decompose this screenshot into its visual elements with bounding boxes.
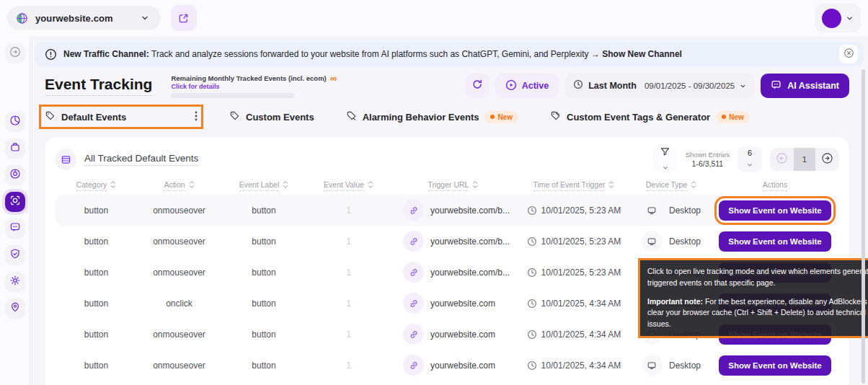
sidebar-item-sessions[interactable] xyxy=(5,165,25,185)
col-time[interactable]: Time of Event Trigger xyxy=(516,179,632,192)
sidebar-item-orders[interactable] xyxy=(5,138,25,159)
cell-action: onmouseover xyxy=(138,360,221,371)
col-event-label[interactable]: Event Label xyxy=(221,179,307,192)
sidebar-toggle[interactable] xyxy=(5,43,25,63)
site-name: yourwebsite.com xyxy=(35,13,113,24)
tag-icon xyxy=(45,110,56,123)
table-row: button onmouseover button 1 yourwebsite.… xyxy=(55,226,839,257)
col-trigger-url[interactable]: Trigger URL xyxy=(390,179,516,192)
shown-entries: Shown Entries 1-6/3,511 xyxy=(686,151,730,168)
cell-trigger-url[interactable]: yourwebsite.com xyxy=(390,324,516,345)
sidebar-item-settings[interactable] xyxy=(5,272,25,292)
cell-trigger-url[interactable]: yourwebsite.com xyxy=(390,293,516,314)
scrollbar-thumb[interactable] xyxy=(862,69,865,384)
sidebar-item-location[interactable] xyxy=(5,298,25,319)
current-page[interactable]: 1 xyxy=(794,148,815,171)
cell-trigger-url[interactable]: yourwebsite.com/b... xyxy=(390,231,516,252)
ai-assistant-button[interactable]: AI Assistant xyxy=(761,74,849,98)
cell-event-label: button xyxy=(221,236,307,247)
cell-trigger-url[interactable]: yourwebsite.com/b... xyxy=(390,200,516,221)
sidebar-item-analytics[interactable] xyxy=(5,112,25,132)
quota-block: Remaining Monthly Tracked Events (incl. … xyxy=(171,74,337,98)
col-device-type[interactable]: Device Type xyxy=(632,179,711,192)
link-icon xyxy=(403,293,424,314)
tab-custom-events[interactable]: Custom Events xyxy=(229,110,314,123)
banner-close-button[interactable] xyxy=(839,45,858,63)
banner-cta[interactable]: Show New Channel xyxy=(602,49,682,59)
col-action[interactable]: Action xyxy=(138,179,221,192)
new-badge: New xyxy=(716,111,750,123)
refresh-icon xyxy=(471,79,483,93)
sort-icon xyxy=(472,179,478,192)
chevron-down-icon xyxy=(663,160,668,173)
clock-icon xyxy=(573,79,583,92)
arrow-left-circle-icon xyxy=(776,152,788,167)
tab-custom-event-tags-generator[interactable]: Custom Event Tags & Generator New xyxy=(550,110,750,123)
quota-progress-bar xyxy=(171,93,295,98)
date-range-picker[interactable]: Last Month 09/01/2025 - 09/30/2025 xyxy=(564,74,755,98)
cell-trigger-url[interactable]: yourwebsite.com/b... xyxy=(390,262,516,283)
cell-trigger-url[interactable]: yourwebsite.com xyxy=(390,355,516,376)
cell-event-value: 1 xyxy=(307,298,390,309)
open-site-button[interactable] xyxy=(171,5,197,31)
col-event-value[interactable]: Event Value xyxy=(307,179,390,192)
chat-bubble-icon xyxy=(9,221,21,236)
cell-time-of-trigger: 10/01/2025, 4:34 AM xyxy=(516,298,632,309)
sidebar-item-privacy[interactable] xyxy=(5,245,25,265)
user-menu[interactable] xyxy=(815,4,861,32)
status-label: Active xyxy=(522,81,549,91)
cell-event-value: 1 xyxy=(307,267,390,278)
cell-device-type: Desktop xyxy=(632,200,711,221)
sidebar-item-event-tracking[interactable] xyxy=(5,192,25,212)
circle-x-icon xyxy=(843,48,854,61)
prev-page-button[interactable] xyxy=(770,148,794,171)
gear-icon xyxy=(9,275,21,289)
table-title: All Tracked Default Events xyxy=(84,153,198,166)
refresh-button[interactable] xyxy=(465,74,490,98)
cell-actions: Show Event on Website xyxy=(711,231,839,252)
orange-dot xyxy=(722,115,726,119)
kebab-menu-icon[interactable] xyxy=(195,111,198,123)
col-category[interactable]: Category xyxy=(55,179,138,192)
topbar: yourwebsite.com xyxy=(0,0,868,36)
cell-category: button xyxy=(55,329,138,340)
show-event-on-website-button[interactable]: Show Event on Website xyxy=(719,231,831,252)
cell-time-of-trigger: 10/01/2025, 4:34 AM xyxy=(516,329,632,340)
cell-action: onclick xyxy=(138,298,221,309)
scan-target-icon xyxy=(9,195,21,209)
table-header-row: Category Action Event Label Event Value … xyxy=(55,176,839,195)
chat-icon xyxy=(771,79,781,92)
external-link-icon xyxy=(178,13,189,24)
filter-button[interactable] xyxy=(653,147,678,172)
cell-event-value: 1 xyxy=(307,205,390,216)
cell-event-label: button xyxy=(221,360,307,371)
cell-category: button xyxy=(55,360,138,371)
arrow-right-circle-icon xyxy=(9,46,21,61)
tags-icon xyxy=(550,110,561,123)
link-icon xyxy=(403,262,424,283)
show-event-on-website-button[interactable]: Show Event on Website xyxy=(719,355,831,376)
sort-icon xyxy=(189,179,195,192)
tab-default-events[interactable]: Default Events xyxy=(45,110,198,123)
table-icon xyxy=(55,149,76,170)
play-circle-icon xyxy=(505,79,517,93)
status-toggle[interactable]: Active xyxy=(495,74,559,98)
tab-alarming-behavior-events[interactable]: Alarming Behavior Events New xyxy=(346,110,518,123)
table-row: button onmouseover button 1 yourwebsite.… xyxy=(55,195,839,226)
chevron-down-icon xyxy=(740,79,746,92)
chevron-down-icon xyxy=(747,157,753,170)
show-event-on-website-button[interactable]: Show Event on Website xyxy=(719,200,831,221)
quota-details-link[interactable]: Click for details xyxy=(171,83,337,90)
site-selector[interactable]: yourwebsite.com xyxy=(7,6,161,30)
map-pin-icon xyxy=(9,301,21,316)
avatar xyxy=(822,9,841,28)
link-icon xyxy=(403,355,424,376)
cell-action: onmouseover xyxy=(138,236,221,247)
sidebar-item-chat[interactable] xyxy=(5,218,25,239)
new-badge: New xyxy=(484,111,518,123)
next-page-button[interactable] xyxy=(815,148,839,171)
link-icon xyxy=(403,324,424,345)
page-size-select[interactable]: 6 xyxy=(738,146,762,172)
tooltip-note: Important note: For the best experience,… xyxy=(647,296,868,330)
monitor-icon xyxy=(642,231,663,252)
